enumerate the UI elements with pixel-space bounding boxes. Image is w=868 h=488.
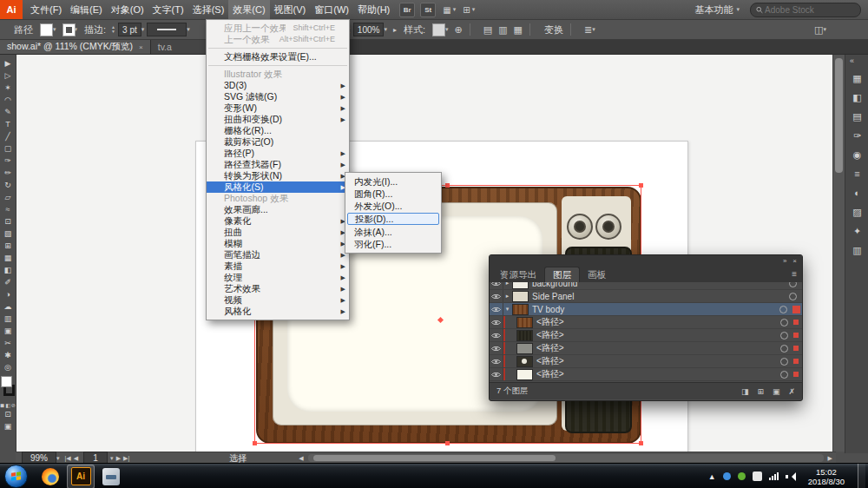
magic-wand-tool[interactable]: ✶ [0,82,16,94]
scroll-right-icon[interactable]: ▶ [828,455,832,462]
layer-thumbnail[interactable] [512,304,529,315]
zoom-tool[interactable]: ◎ [0,361,16,373]
collapse-arrow-icon[interactable]: ▾ [503,306,511,313]
screen-mode-icon[interactable]: ⊞▾ [463,5,475,15]
selection-color-chip[interactable] [793,333,799,338]
transparency-panel-icon[interactable]: ▨ [852,202,861,221]
target-circle-icon[interactable] [780,319,788,326]
selection-handle-bottom-left[interactable] [253,441,257,445]
menu-item-artistic[interactable]: 艺术效果▶ [207,283,349,294]
submenu-item-inner-glow[interactable]: 内发光(I)... [345,175,441,188]
menubar-item-view[interactable]: 视图(V) [270,0,311,19]
submenu-item-round-corners[interactable]: 圆角(R)... [345,188,441,200]
panel-menu-icon[interactable]: ≡ [792,269,797,279]
column-graph-tool[interactable]: ▥ [0,313,16,325]
color-panel-icon[interactable]: ▦ [852,69,861,88]
menubar-item-file[interactable]: 文件(F) [26,0,66,19]
pencil-tool[interactable]: ✏ [0,167,16,179]
expand-panels-icon[interactable]: « [845,56,854,69]
close-icon[interactable]: × [139,43,143,51]
menubar-item-edit[interactable]: 编辑(E) [66,0,107,19]
perspective-grid-tool[interactable]: ⊞ [0,240,16,252]
new-sublayer-icon[interactable]: ⊞ [757,387,764,396]
slice-tool[interactable]: ✂ [0,337,16,349]
graphic-styles-panel-icon[interactable]: ▥ [852,241,861,260]
menu-item-video[interactable]: 视频▶ [207,294,349,306]
isolate-icon[interactable]: ≣ [584,24,592,36]
visibility-eye-icon[interactable] [490,368,503,380]
symbol-sprayer-tool[interactable]: ☁ [0,300,16,313]
layer-name[interactable]: Side Panel [532,292,789,301]
gradient-panel-icon[interactable]: ◐ [854,183,860,202]
menu-item-3d[interactable]: 3D(3)▶ [207,80,349,91]
tab-asset-export[interactable]: 资源导出 [492,267,544,282]
layer-name[interactable]: <路径> [536,329,780,341]
draw-mode-icon[interactable]: ⊡ [0,408,16,420]
menu-item-path[interactable]: 路径(P)▶ [207,148,349,159]
tray-app-icon[interactable] [723,472,731,480]
target-circle-icon[interactable] [780,371,788,379]
taskbar-app-illustrator[interactable]: Ai [67,465,95,488]
rectangle-tool[interactable]: ▢ [0,142,16,155]
selection-handle-bottom-center[interactable] [445,441,450,445]
menu-item-brush-strokes[interactable]: 画笔描边▶ [207,249,349,260]
layer-row-background[interactable]: ▸ background [490,282,802,290]
menu-item-texture[interactable]: 纹理▶ [207,272,349,283]
layer-name[interactable]: background [532,282,789,288]
blend-tool[interactable]: ◑ [0,288,16,300]
brush-definition[interactable] [147,23,187,36]
visibility-eye-icon[interactable] [490,355,503,367]
target-circle-icon[interactable] [780,345,788,353]
target-circle-icon[interactable] [780,332,788,340]
lasso-tool[interactable]: ◠ [0,94,16,106]
tab-layers[interactable]: 图层 [544,267,580,282]
gradient-button[interactable]: ◧ [5,402,10,408]
type-tool[interactable]: T [0,118,16,130]
vertical-scrollbar[interactable] [832,55,845,452]
layer-thumbnail[interactable] [516,343,533,354]
screen-mode-button[interactable]: ▣ [0,420,16,432]
menu-item-sketch[interactable]: 素描▶ [207,260,349,272]
layer-row-path-5[interactable]: <路径> [490,368,802,381]
stroke-panel-icon[interactable]: ≡ [854,164,859,183]
fill-color-swatch[interactable] [40,23,53,36]
menu-item-blur[interactable]: 模糊▶ [207,238,349,249]
menu-item-document-raster-effects-settings[interactable]: 文档栅格效果设置(E)... [207,51,349,63]
stock-search[interactable] [750,3,861,17]
shape-builder-tool[interactable]: ▧ [0,228,16,240]
graphic-style-swatch[interactable] [432,23,445,36]
fill-stroke-indicator[interactable] [0,376,16,400]
horizontal-scrollbar-thumb[interactable] [313,455,556,461]
scroll-left-icon[interactable]: ◀ [299,455,303,462]
hidden-icons-arrow[interactable]: ▲ [708,472,716,481]
symbols-panel-icon[interactable]: ◉ [853,145,862,164]
fill-swatch[interactable] [1,376,12,387]
menu-item-effect-gallery[interactable]: 效果画廊... [207,204,349,215]
layer-name[interactable]: TV body [532,305,779,314]
layer-row-path-3[interactable]: <路径> [490,342,802,355]
tab-artboards[interactable]: 画板 [580,267,614,282]
submenu-item-outer-glow[interactable]: 外发光(O)... [345,200,441,212]
layer-name[interactable]: <路径> [536,316,780,328]
layer-row-path-4[interactable]: <路径> [490,355,802,368]
visibility-eye-icon[interactable] [490,329,503,341]
free-transform-tool[interactable]: ⊡ [0,215,16,228]
layer-thumbnail[interactable] [516,317,533,328]
swatches-panel-icon[interactable]: ▤ [852,107,861,126]
delete-layer-icon[interactable]: ✗ [788,387,795,396]
menubar-item-window[interactable]: 窗口(W) [310,0,353,19]
start-button[interactable] [4,465,28,488]
last-artboard-icon[interactable]: ▶| [123,455,129,462]
layer-thumbnail[interactable] [516,330,533,341]
stroke-stepper[interactable]: ▲▼ [111,25,115,34]
menubar-item-help[interactable]: 帮助(H) [353,0,394,19]
document-tab-show[interactable]: show.ai* @ 111% (CMYK/预览) × [0,40,151,54]
show-desktop-button[interactable] [858,464,865,488]
vertical-scrollbar-thumb[interactable] [835,58,843,173]
menubar-item-object[interactable]: 对象(O) [107,0,148,19]
make-mask-icon[interactable]: ◨ [741,387,749,396]
menubar-item-effect[interactable]: 效果(C) [228,0,269,19]
expand-arrow-icon[interactable]: ▸ [503,282,511,287]
pen-tool[interactable]: ✎ [0,106,16,118]
eyedropper-tool[interactable]: ✐ [0,276,16,288]
